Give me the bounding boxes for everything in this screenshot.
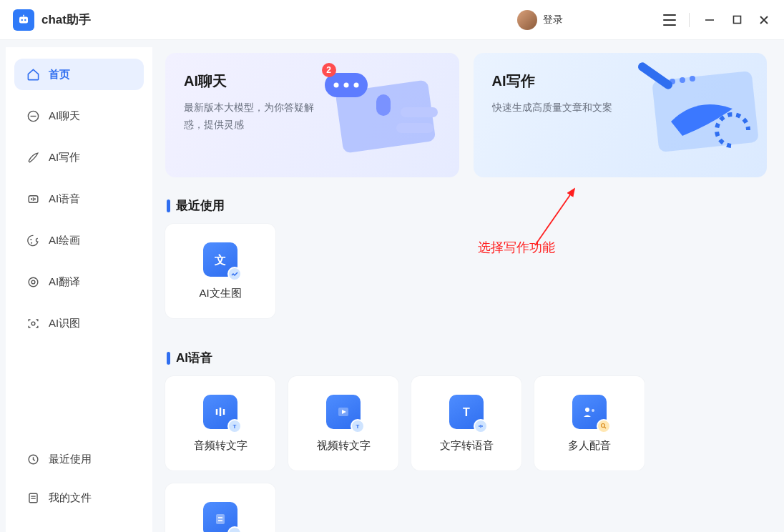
chat-badge: 2 xyxy=(322,63,336,77)
svg-point-15 xyxy=(31,242,32,243)
minimize-button[interactable] xyxy=(702,13,717,27)
svg-point-33 xyxy=(680,77,685,83)
svg-rect-5 xyxy=(733,16,740,24)
hero-write-desc: 快速生成高质量文章和文案 xyxy=(492,99,628,117)
svg-point-48 xyxy=(585,408,589,412)
svg-line-51 xyxy=(604,427,606,428)
chat-icon xyxy=(26,109,40,123)
window-controls xyxy=(689,13,771,27)
tile-label: 音频转文字 xyxy=(194,439,248,453)
sidebar-item-label: AI绘画 xyxy=(49,234,80,247)
sidebar: 首页 AI聊天 AI写作 AI语音 AI绘画 AI翻译 AI识图 xyxy=(6,47,152,532)
sidebar-item-recognize[interactable]: AI识图 xyxy=(14,307,144,339)
audio-wave-icon: T xyxy=(203,395,237,429)
doc-icon xyxy=(203,502,237,533)
sidebar-item-label: AI识图 xyxy=(49,317,80,330)
tile-audio2text[interactable]: T 音频转文字 xyxy=(165,376,275,471)
svg-point-16 xyxy=(29,277,38,287)
section-bar-icon xyxy=(167,200,170,212)
tile-multi-dub[interactable]: 多人配音 xyxy=(534,376,645,471)
file-icon xyxy=(26,491,40,505)
t-icon: T xyxy=(449,395,484,429)
tile-video2text[interactable]: T 视频转文字 xyxy=(288,376,398,471)
pen-icon xyxy=(26,150,40,164)
maximize-button[interactable] xyxy=(730,13,744,27)
tile-label: 多人配音 xyxy=(568,439,611,453)
svg-text:T: T xyxy=(356,423,360,430)
translate-icon xyxy=(26,275,40,289)
sidebar-item-label: 我的文件 xyxy=(49,491,92,505)
tile-label: 文字转语音 xyxy=(440,439,494,453)
svg-point-50 xyxy=(602,423,605,427)
svg-point-27 xyxy=(353,83,358,88)
titlebar: chat助手 登录 xyxy=(0,0,784,40)
sidebar-item-label: 首页 xyxy=(49,68,70,82)
svg-point-1 xyxy=(21,19,23,20)
section-audio-title: AI语音 xyxy=(176,350,212,366)
hero-chat-desc: 最新版本大模型，为你答疑解惑，提供灵感 xyxy=(184,99,320,134)
palette-icon xyxy=(26,233,40,247)
svg-point-25 xyxy=(333,83,338,88)
login-button[interactable]: 登录 xyxy=(543,14,563,26)
section-recent-title: 最近使用 xyxy=(176,197,225,214)
svg-point-34 xyxy=(690,76,695,82)
sidebar-item-write[interactable]: AI写作 xyxy=(14,142,144,173)
svg-text:文: 文 xyxy=(214,254,226,266)
sidebar-item-draw[interactable]: AI绘画 xyxy=(14,225,144,256)
home-icon xyxy=(26,67,40,82)
video-icon: T xyxy=(326,395,361,429)
sidebar-item-label: AI写作 xyxy=(49,151,80,164)
svg-point-14 xyxy=(30,238,31,240)
svg-rect-30 xyxy=(396,123,433,133)
text2image-icon: 文 xyxy=(203,242,237,277)
sidebar-item-label: AI翻译 xyxy=(49,275,80,289)
clock-icon xyxy=(26,452,40,466)
svg-text:T: T xyxy=(463,406,470,418)
svg-rect-0 xyxy=(19,16,28,23)
section-bar-icon xyxy=(167,352,170,365)
svg-rect-28 xyxy=(376,94,391,116)
tile-label: AI文生图 xyxy=(199,287,241,300)
svg-point-26 xyxy=(343,83,348,88)
svg-point-2 xyxy=(24,19,26,20)
hero-card-write[interactable]: AI写作 快速生成高质量文章和文案 xyxy=(474,53,768,177)
sidebar-item-translate[interactable]: AI翻译 xyxy=(14,266,144,297)
app-title: chat助手 xyxy=(41,11,91,28)
svg-point-49 xyxy=(592,409,594,412)
chat-illustration: 2 xyxy=(318,60,454,167)
sidebar-item-label: 最近使用 xyxy=(49,453,92,466)
tile-text2speech[interactable]: 文本转语音 xyxy=(165,483,275,532)
sidebar-item-recent[interactable]: 最近使用 xyxy=(14,443,144,475)
hamburger-menu-icon[interactable] xyxy=(663,11,682,29)
svg-rect-52 xyxy=(216,514,225,524)
sidebar-item-chat[interactable]: AI聊天 xyxy=(14,100,144,132)
section-audio-head: AI语音 xyxy=(167,350,767,366)
sidebar-item-home[interactable]: 首页 xyxy=(14,59,144,90)
users-icon xyxy=(572,395,607,429)
close-button[interactable] xyxy=(757,13,771,27)
tile-text2image[interactable]: 文 AI文生图 xyxy=(165,224,275,318)
sidebar-item-voice[interactable]: AI语音 xyxy=(14,183,144,215)
tile-label: 视频转文字 xyxy=(317,439,371,453)
avatar[interactable] xyxy=(517,10,537,30)
scan-icon xyxy=(26,316,40,330)
svg-rect-20 xyxy=(29,493,36,503)
section-recent-head: 最近使用 xyxy=(167,197,767,214)
hero-card-chat[interactable]: AI聊天 最新版本大模型，为你答疑解惑，提供灵感 2 xyxy=(165,53,459,177)
sidebar-item-label: AI聊天 xyxy=(49,109,80,123)
svg-rect-3 xyxy=(23,14,24,16)
sidebar-item-label: AI语音 xyxy=(49,192,80,206)
main-content: AI聊天 最新版本大模型，为你答疑解惑，提供灵感 2 AI写作 快速 xyxy=(152,40,784,532)
svg-point-18 xyxy=(31,322,35,325)
tile-text2voice[interactable]: T 文字转语音 xyxy=(411,376,521,471)
svg-text:T: T xyxy=(233,423,237,430)
svg-point-17 xyxy=(31,280,35,284)
sidebar-item-files[interactable]: 我的文件 xyxy=(14,482,144,513)
write-illustration xyxy=(625,60,761,167)
voice-icon xyxy=(26,192,40,206)
svg-rect-29 xyxy=(401,107,438,117)
app-logo-icon xyxy=(13,9,34,31)
